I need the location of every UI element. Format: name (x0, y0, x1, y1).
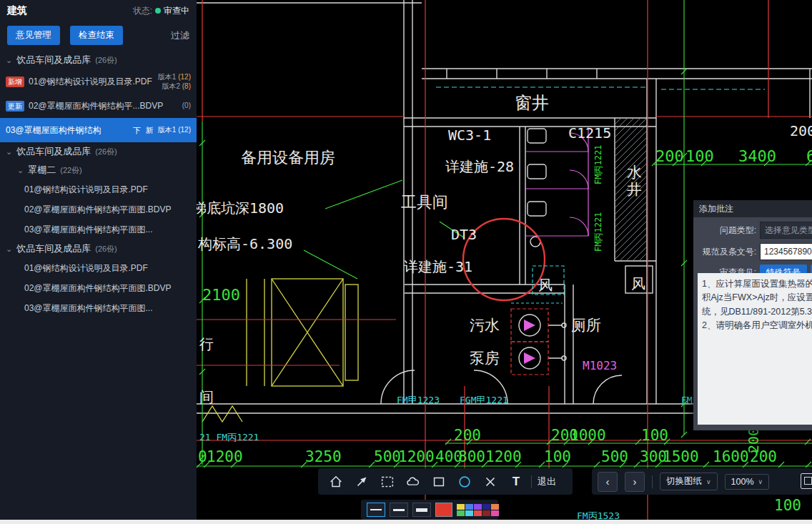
marquee-icon[interactable] (377, 471, 398, 493)
color-swatch[interactable] (465, 504, 473, 510)
tree-group[interactable]: ⌄罩棚二(22份) (0, 161, 197, 179)
cad-text: FM (681, 395, 693, 405)
tree-file-item[interactable]: 更新02@罩棚屋面构件钢结构平...BDVP(0) (0, 94, 197, 118)
status-dot-icon (155, 8, 161, 14)
close-icon[interactable] (480, 471, 501, 493)
prev-sheet-button[interactable]: ‹ (598, 472, 618, 492)
zoom-dropdown[interactable]: 100% ∨ (725, 474, 770, 490)
code-input[interactable]: 1234567890345 (760, 243, 812, 260)
filter-link[interactable]: 过滤 (171, 29, 189, 42)
tree-file-item[interactable]: 03@罩棚屋面构件钢结构平面图... (0, 298, 197, 318)
color-swatch[interactable] (474, 510, 482, 516)
cad-text: 3400 (738, 147, 776, 165)
chevron-down-icon: ⌄ (17, 167, 24, 174)
app-root: 建筑 状态: 审查中 意见管理 检查结束 过滤 ⌄饮品车间及成品库(26份)新增… (0, 0, 812, 524)
next-sheet-button[interactable]: › (625, 472, 645, 492)
cad-text: 窗井 (515, 93, 549, 113)
tree-file-item[interactable]: 03@罩棚屋面构件钢结构平面图... (0, 219, 197, 239)
switch-sheet-dropdown[interactable]: 切换图纸 ∨ (660, 473, 718, 490)
tree-file-item[interactable]: 02@罩棚屋面构件钢结构平面图.BDVP (0, 278, 197, 298)
style-palette (361, 500, 498, 520)
drawing-toolbar: T 退出 (318, 468, 573, 495)
text-tool-icon[interactable]: T (505, 471, 527, 493)
tree-file-item[interactable]: 02@罩棚屋面构件钢结构平面图.BDVP (0, 199, 197, 219)
cad-text: 水 (627, 164, 642, 181)
cad-text: FM丙1221 (593, 145, 603, 184)
review-comment-textarea[interactable]: 1、应计算屋面设置集热器的有 积Ajz当FWX>Ajz时，应设置 统，见DB11… (698, 273, 812, 425)
cad-text: 21 FM丙1221 (199, 432, 259, 443)
cad-text: 500 (374, 448, 401, 465)
cad-text: 风 (631, 275, 645, 292)
tree-file-item[interactable]: 01@钢结构设计说明及目录.PDF (0, 179, 197, 199)
chevron-down-icon: ∨ (706, 478, 711, 485)
color-swatch[interactable] (465, 510, 473, 516)
code-label: 规范及条文号: (693, 246, 756, 258)
cad-text: 1600 (713, 448, 749, 465)
bottom-strip (0, 520, 812, 524)
cad-text: 构标高-6.300 (197, 235, 292, 252)
color-swatch[interactable] (482, 504, 490, 510)
cad-text: 井 (627, 181, 642, 198)
cad-text: 200 (790, 122, 812, 139)
app-title: 建筑 (7, 4, 27, 17)
line-weight-thick[interactable] (412, 503, 431, 517)
cad-text: 泵房 (470, 350, 500, 367)
cad-text: 行 (199, 335, 214, 352)
current-color-swatch[interactable] (435, 503, 452, 517)
cad-text: 详建施-28 (445, 158, 514, 175)
cad-text: 1200 (398, 448, 435, 465)
toolbar-divider (531, 475, 532, 488)
tree-file-item[interactable]: 03@罩棚屋面构件钢结构下新版本1 (12) (0, 118, 197, 142)
chevron-down-icon: ∨ (758, 478, 763, 485)
arrow-icon[interactable] (351, 471, 372, 493)
color-swatch[interactable] (491, 510, 499, 516)
cad-text: DT3 (451, 226, 477, 243)
issue-type-label: 问题类型: (693, 224, 756, 237)
version-meta: (0) (182, 101, 191, 111)
opinion-manage-button[interactable]: 意见管理 (7, 26, 60, 45)
line-weight-thin[interactable] (367, 503, 385, 517)
check-finish-button[interactable]: 检查结束 (70, 26, 123, 45)
cad-text: 备用设备用房 (241, 149, 335, 167)
tree-group[interactable]: ⌄饮品车间及成品库(26份) (0, 239, 197, 258)
cad-text: 200 (454, 427, 481, 444)
cad-text: 厕所 (571, 317, 601, 334)
cad-text: 风 (538, 277, 553, 294)
code-value: 1234567890345 (764, 247, 812, 257)
cad-text: 污水 (470, 317, 500, 334)
issue-type-select[interactable]: 选择意见类型 (760, 222, 812, 239)
circle-icon[interactable] (454, 471, 475, 493)
home-icon[interactable] (325, 471, 347, 493)
tree-file-item[interactable]: 新增01@钢结构设计说明及目录.PDF版本1 (12)版本2 (8) (0, 69, 197, 94)
tree-file-item[interactable]: 01@钢结构设计说明及目录.PDF (0, 258, 197, 278)
grid-icon[interactable] (801, 473, 812, 489)
color-swatch[interactable] (491, 504, 499, 510)
cad-text: M1023 (583, 359, 617, 372)
file-actions[interactable]: 下新 (133, 125, 154, 136)
cad-text: 1200 (485, 448, 522, 465)
tree-group[interactable]: ⌄饮品车间及成品库(26份) (0, 51, 197, 69)
cad-text: 100 (774, 497, 801, 514)
cad-text: 2100 (202, 286, 240, 304)
color-swatch[interactable] (474, 504, 482, 510)
version-meta: 版本1 (12)版本2 (8) (158, 72, 191, 92)
cloud-icon[interactable] (402, 471, 424, 493)
rectangle-icon[interactable] (428, 471, 450, 493)
cad-text: FM丙1221 (593, 212, 603, 252)
cad-text: 500 (601, 448, 628, 465)
cad-text: C1215 (568, 124, 611, 142)
line-weight-medium[interactable] (390, 503, 408, 517)
tree-group[interactable]: ⌄饮品车间及成品库(26份) (0, 142, 197, 161)
color-swatch[interactable] (457, 510, 465, 516)
status-value: 审查中 (164, 5, 189, 17)
color-swatch[interactable] (457, 504, 465, 510)
next-icon: › (633, 475, 637, 488)
version-meta: 版本1 (12) (158, 125, 191, 135)
exit-button[interactable]: 退出 (538, 475, 556, 488)
color-swatch[interactable] (482, 510, 490, 516)
cad-text: 工具间 (401, 193, 448, 211)
sheet-toolbar: ‹ › 切换图纸 ∨ 100% ∨ (592, 468, 812, 495)
sidebar-header: 建筑 状态: 审查中 (0, 0, 197, 21)
cad-text: FGM甲1221 (460, 395, 508, 405)
text-tool-glyph: T (513, 475, 520, 488)
